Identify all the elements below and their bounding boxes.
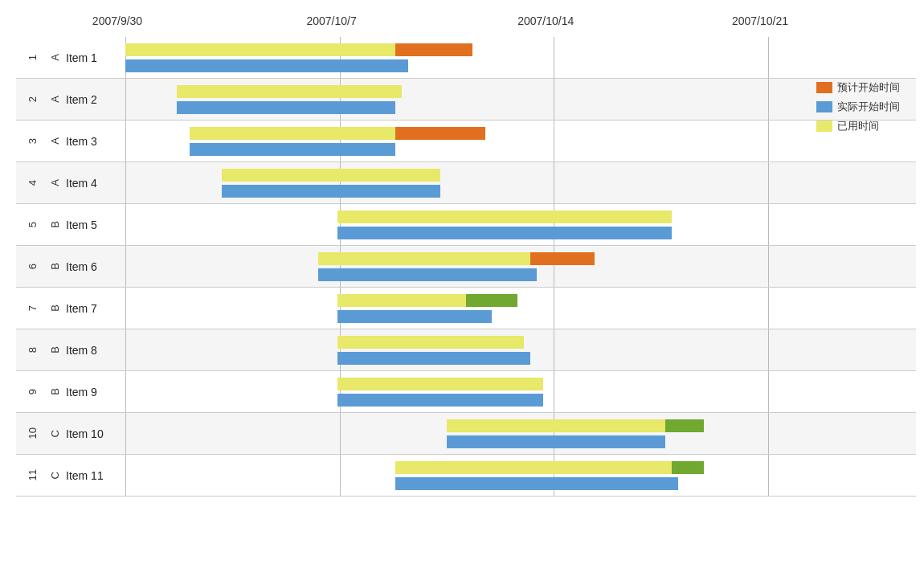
bar-segment [125, 378, 337, 390]
bar-segment [190, 143, 395, 156]
table-row: 2AItem 2 [16, 79, 916, 121]
bar [125, 227, 768, 239]
row-label: Item 1 [61, 51, 125, 64]
date-label-1: 2007/10/7 [306, 14, 356, 27]
table-row: 9BItem 9 [16, 371, 916, 413]
vgrid-line [768, 371, 769, 412]
row-group: A [39, 96, 61, 103]
bar-segment [318, 268, 537, 281]
bar-segment [125, 127, 190, 140]
row-label: Item 10 [61, 427, 125, 440]
table-row: 7BItem 7 [16, 288, 916, 329]
bar [125, 477, 768, 490]
vgrid-line [768, 455, 769, 496]
bar-segment [125, 143, 190, 156]
row-number: 11 [16, 469, 39, 480]
bar-segment [337, 336, 524, 349]
table-row: 6BItem 6 [16, 246, 916, 288]
row-number: 9 [16, 389, 39, 394]
bar-segment [125, 227, 337, 239]
table-row: 3AItem 3 [16, 121, 916, 162]
bar [125, 268, 768, 281]
bar-segment [337, 227, 672, 239]
bar-area [125, 204, 768, 245]
table-row: 5BItem 5 [16, 204, 916, 246]
row-group: B [39, 263, 61, 270]
bar [125, 378, 768, 390]
bar-area [125, 37, 768, 78]
bar-area [125, 79, 768, 120]
legend: 预计开始时间 实际开始时间 已用时间 [816, 80, 900, 133]
bar-segment [395, 477, 678, 490]
vgrid-line [768, 204, 769, 245]
row-group: C [39, 472, 61, 479]
row-label: Item 7 [61, 302, 125, 315]
bar-segment [125, 185, 222, 198]
bar-area [125, 246, 768, 287]
table-row: 10CItem 10 [16, 413, 916, 455]
row-number: 1 [16, 55, 39, 60]
bar [125, 352, 768, 365]
bar-segment [125, 59, 408, 72]
vgrid-line [768, 79, 769, 120]
bar-area [125, 455, 768, 496]
row-label: Item 4 [61, 177, 125, 190]
bar [125, 185, 768, 198]
bar-segment [125, 477, 395, 490]
bar-segment [337, 310, 492, 323]
bar-segment [665, 419, 704, 432]
legend-item-yellow: 已用时间 [816, 119, 900, 133]
bar-segment [125, 252, 318, 265]
bar-segment [125, 294, 337, 307]
bar [125, 143, 768, 156]
bar-segment [177, 101, 395, 114]
bar-area [125, 162, 768, 203]
bar-segment [125, 101, 177, 114]
bar-segment [190, 127, 395, 140]
row-group: A [39, 54, 61, 61]
bar [125, 169, 768, 182]
chart-rows: 1AItem 12AItem 23AItem 34AItem 45BItem 5… [16, 37, 916, 497]
bar-segment [466, 294, 517, 307]
vgrid-line [768, 246, 769, 287]
bar [125, 252, 768, 265]
chart-container: 2007/9/302007/10/72007/10/142007/10/21 1… [0, 0, 924, 564]
row-number: 5 [16, 222, 39, 227]
bar [125, 43, 768, 56]
bar-segment [222, 185, 440, 198]
bar-segment [318, 252, 530, 265]
bar-segment [125, 169, 222, 182]
legend-item-orange: 预计开始时间 [816, 80, 900, 95]
bar-segment [125, 435, 447, 448]
row-label: Item 3 [61, 135, 125, 148]
row-group: B [39, 304, 61, 312]
row-label: Item 9 [61, 386, 125, 398]
bar [125, 310, 768, 323]
bar-segment [395, 127, 485, 140]
bar-segment [177, 85, 402, 98]
bar-segment [337, 210, 672, 223]
row-number: 4 [16, 180, 39, 186]
bar-segment [125, 394, 337, 407]
row-label: Item 11 [61, 469, 125, 482]
row-number: 10 [16, 427, 39, 439]
row-label: Item 2 [61, 93, 125, 106]
date-header: 2007/9/302007/10/72007/10/142007/10/21 [117, 14, 908, 37]
bar-segment [125, 268, 318, 281]
vgrid-line [768, 121, 769, 161]
row-number: 7 [16, 305, 39, 311]
bar-segment [337, 394, 543, 407]
bar [125, 435, 768, 448]
bar-area [125, 329, 768, 370]
vgrid-line [768, 37, 769, 78]
bar-segment [447, 419, 665, 432]
row-label: Item 6 [61, 260, 125, 273]
bar-segment [125, 310, 337, 323]
bar-segment [125, 43, 395, 56]
bar [125, 419, 768, 432]
bar-segment [222, 169, 440, 182]
date-label-3: 2007/10/21 [732, 14, 788, 27]
table-row: 1AItem 1 [16, 37, 916, 79]
bar-segment [395, 461, 672, 474]
table-row: 4AItem 4 [16, 162, 916, 204]
